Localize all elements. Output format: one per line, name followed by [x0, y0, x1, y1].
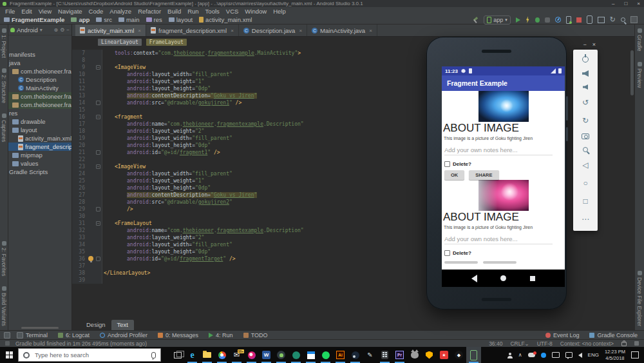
- notes-input[interactable]: Add your own notes here...: [444, 235, 553, 244]
- tab-mainactivity-java[interactable]: CMainActivity.java×: [307, 25, 377, 36]
- emulator-rotate-left-button[interactable]: ↺: [580, 97, 591, 108]
- menu-navigate[interactable]: Navigate: [55, 8, 86, 15]
- fold-collapse-icon[interactable]: −: [96, 65, 100, 70]
- close-tab-icon[interactable]: ×: [138, 28, 141, 34]
- coverage-button[interactable]: [545, 15, 550, 24]
- tool-stripe-1-project[interactable]: 1: Project: [1, 28, 7, 58]
- breadcrumb-fragmentexample[interactable]: FragmentExample: [4, 16, 64, 23]
- taskbar-word[interactable]: W: [259, 347, 274, 363]
- project-view-mode[interactable]: Android: [17, 26, 38, 34]
- chevron-up-icon[interactable]: ∧: [518, 352, 522, 358]
- gear-icon[interactable]: ⚙: [60, 27, 64, 33]
- action-center-icon[interactable]: [631, 351, 639, 358]
- fold-collapse-icon[interactable]: −: [96, 221, 100, 226]
- menu-view[interactable]: View: [35, 8, 55, 15]
- emulator-zoom-button[interactable]: [583, 147, 588, 152]
- tree-item-values[interactable]: values: [8, 159, 71, 168]
- status-anchor-icon[interactable]: [5, 341, 10, 346]
- tree-item-description[interactable]: CDescription: [8, 75, 71, 84]
- quick-fix-bulb-icon[interactable]: [88, 256, 93, 261]
- nav-overview-button[interactable]: [530, 276, 535, 281]
- taskbar-edge[interactable]: e: [185, 347, 200, 363]
- search-input[interactable]: [33, 351, 147, 359]
- tree-item-layout[interactable]: layout: [8, 126, 71, 134]
- xml-breadcrumb-framelayout[interactable]: FrameLayout: [146, 39, 187, 46]
- run-button[interactable]: [516, 15, 520, 24]
- emulator-back-button[interactable]: ◁: [580, 160, 591, 170]
- sync-project-button[interactable]: ↻: [610, 15, 616, 24]
- menu-vcs[interactable]: VCS: [223, 8, 242, 15]
- menu-edit[interactable]: Edit: [18, 8, 35, 15]
- menu-window[interactable]: Window: [242, 8, 270, 15]
- share-button-cut[interactable]: [483, 261, 516, 264]
- taskbar-spotify[interactable]: [318, 347, 333, 363]
- close-tab-icon[interactable]: ×: [369, 28, 372, 34]
- share-button[interactable]: SHARE: [469, 170, 498, 180]
- emulator-minimize-icon[interactable]: −: [583, 41, 586, 48]
- tree-item-mainactivity[interactable]: CMainActivity: [8, 84, 71, 92]
- cloud-error-icon[interactable]: [528, 353, 535, 357]
- tree-item-com-thebioneer-fragmentex[interactable]: com.thebioneer.fragmentex: [8, 92, 71, 101]
- taskbar-android-emulator[interactable]: [466, 347, 481, 363]
- emulator-home-button[interactable]: ○: [580, 178, 591, 188]
- taskbar-illustrator[interactable]: Ai: [333, 347, 348, 363]
- tree-item-com-thebioneer-fragmentexa[interactable]: com.thebioneer.fragmentexa: [8, 67, 71, 75]
- taskbar-calculator[interactable]: [377, 347, 392, 363]
- fold-end-icon[interactable]: [96, 150, 100, 155]
- tool-stripe-device-file-explorer[interactable]: Device File Explorer: [636, 271, 643, 326]
- tree-item-res[interactable]: res: [8, 109, 71, 117]
- run-config-button[interactable]: app▾: [484, 15, 511, 24]
- touch-keyboard-icon[interactable]: [552, 352, 560, 358]
- emulator-power-button[interactable]: [582, 56, 589, 63]
- tab-fragment-description-xml[interactable]: fragment_description.xml×: [146, 25, 239, 36]
- project-view-header[interactable]: Android ▾ ⊕ ⚙ −: [8, 25, 71, 35]
- fold-collapse-icon[interactable]: −: [96, 115, 100, 119]
- nav-back-button[interactable]: [471, 275, 477, 282]
- tool-window-gradle-console[interactable]: Gradle Console: [589, 332, 638, 338]
- menu-build[interactable]: Build: [164, 8, 184, 15]
- menu-code[interactable]: Code: [86, 8, 107, 15]
- close-tab-icon[interactable]: ×: [231, 28, 234, 34]
- taskbar-pen-tool[interactable]: ✎: [363, 347, 377, 363]
- menu-tools[interactable]: Tools: [202, 8, 223, 15]
- tool-window-terminal[interactable]: Terminal: [17, 332, 48, 338]
- emulator-more-button[interactable]: ⋯: [580, 214, 591, 224]
- breadcrumb-main[interactable]: main: [118, 16, 140, 23]
- tree-item-manifests[interactable]: manifests: [8, 50, 71, 59]
- apply-changes-button[interactable]: [526, 15, 530, 24]
- nav-home-button[interactable]: [500, 275, 506, 281]
- tree-item-drawable[interactable]: drawable: [8, 117, 71, 126]
- maximize-icon[interactable]: □: [624, 1, 627, 6]
- caret-position[interactable]: 36:40: [489, 340, 502, 347]
- taskbar-unity[interactable]: ◆: [451, 347, 466, 363]
- stop-button[interactable]: [576, 15, 582, 24]
- breadcrumb-res[interactable]: res: [146, 16, 162, 23]
- start-button[interactable]: [0, 347, 18, 363]
- ok-button[interactable]: OK: [444, 170, 464, 180]
- emulator-volume-up-button[interactable]: [582, 70, 589, 77]
- taskbar-paint[interactable]: [244, 347, 259, 363]
- tool-stripe-build-variants[interactable]: Build Variants: [1, 286, 7, 326]
- locate-icon[interactable]: ⊕: [53, 27, 58, 33]
- taskbar-steam[interactable]: [348, 347, 363, 363]
- indicator-icon[interactable]: [634, 341, 639, 346]
- menu-file[interactable]: File: [2, 8, 18, 15]
- tool-window-todo[interactable]: TODO: [243, 332, 268, 338]
- tree-item-fragment-description-xml[interactable]: fragment_description.xml: [8, 142, 71, 151]
- tool-window-anchor-icon[interactable]: [4, 332, 10, 338]
- tab-activity-main-xml[interactable]: activity_main.xml×: [75, 25, 146, 36]
- tool-stripe-preview[interactable]: Preview: [636, 62, 643, 88]
- taskbar-green-app[interactable]: [289, 347, 303, 363]
- taskbar-red-app[interactable]: ★: [437, 347, 451, 363]
- volume-icon[interactable]: [578, 353, 582, 358]
- tool-stripe-captures[interactable]: Captures: [1, 113, 7, 142]
- microphone-icon[interactable]: [151, 352, 156, 358]
- taskbar-android-studio[interactable]: [274, 347, 289, 363]
- breadcrumb-src[interactable]: src: [96, 16, 112, 23]
- emulator-rotate-right-button[interactable]: ↻: [580, 115, 591, 126]
- editor-mode-design[interactable]: Design: [80, 320, 111, 330]
- avd-manager-button[interactable]: [587, 15, 592, 24]
- taskbar-premiere[interactable]: Pr: [392, 347, 407, 363]
- taskbar-shield-app[interactable]: [422, 347, 437, 363]
- menu-analyze[interactable]: Analyze: [106, 8, 135, 15]
